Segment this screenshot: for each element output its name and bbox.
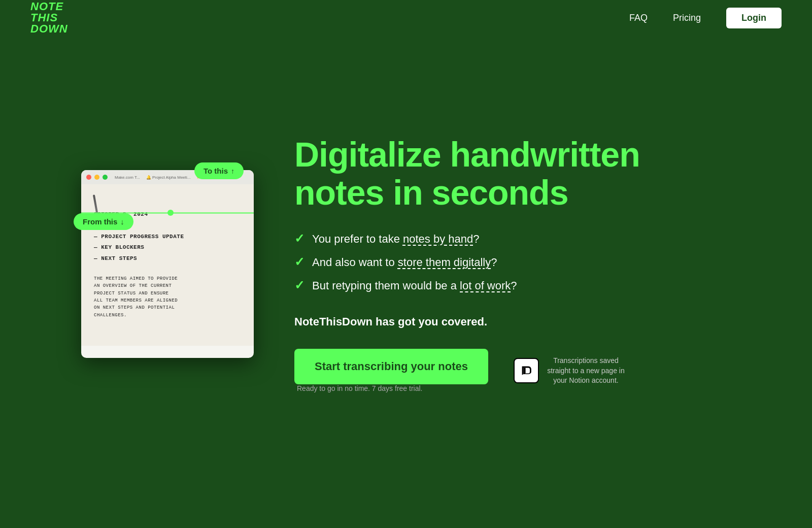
notion-description: Transcriptions saved straight to a new p… [547,356,625,386]
feature-text-2: And also want to store them digitally? [312,256,497,269]
close-dot [86,175,91,180]
cta-button[interactable]: Start transcribing your notes [294,349,488,384]
note-item3: — NEXT STEPS [94,254,241,264]
check-icon-2: ✓ [294,255,304,269]
badge-from-this-label: From this [83,217,117,226]
check-icon-3: ✓ [294,278,304,292]
note-item2: — KEY BLOCKERS [94,243,241,253]
note-paper: OCTOBER 3, 2024 AGENDA: — PROJECT PROGRE… [81,184,254,346]
maximize-dot [103,175,108,180]
feature-text-3: But retyping them would be a lot of work… [312,279,517,292]
feature-item-2: ✓ And also want to store them digitally? [294,255,650,269]
badge-from-this: From this ↓ [74,213,133,230]
navbar: NOTE THIS DOWN FAQ Pricing Login [0,0,812,36]
arrow-down-icon: ↓ [120,217,124,226]
badge-to-this-label: To this [204,167,228,175]
underline-notes-by-hand: notes by hand [403,233,473,245]
minimize-dot [94,175,99,180]
logo-text-3: DOWN [30,23,68,35]
badge-to-this: To this ↑ [194,162,244,179]
browser-content: OCTOBER 3, 2024 AGENDA: — PROJECT PROGRE… [81,184,254,346]
hero-title-line1: Digitalize handwritten [294,135,640,174]
hero-section: To this ↑ Make.com T... 🔔 Project Alpha … [0,36,812,492]
notion-icon [514,358,539,383]
hero-title: Digitalize handwritten notes in seconds [294,136,650,212]
note-item1: — PROJECT PROGRESS UPDATE [94,232,241,242]
nav-links: FAQ Pricing Login [629,8,782,28]
tagline: NoteThisDown has got you covered. [294,315,650,328]
note-body: THE MEETING AIMED TO PROVIDE AN OVERVIEW… [94,275,241,319]
logo[interactable]: NOTE THIS DOWN [30,1,68,35]
trial-text: Ready to go in no time. 7 days free tria… [294,384,488,392]
check-icon-1: ✓ [294,232,304,246]
feature-item-1: ✓ You prefer to take notes by hand? [294,232,650,246]
hero-title-line2: notes in seconds [294,173,568,212]
mockup-container: To this ↑ Make.com T... 🔔 Project Alpha … [81,170,254,358]
cta-area: Start transcribing your notes Ready to g… [294,349,650,392]
arrow-up-icon: ↑ [231,167,234,175]
pricing-link[interactable]: Pricing [673,13,701,23]
login-button[interactable]: Login [726,8,782,28]
green-dot [167,210,174,216]
cta-button-wrapper: Start transcribing your notes Ready to g… [294,349,488,392]
browser-window: Make.com T... 🔔 Project Alpha Meeti... ★… [81,170,254,358]
feature-item-3: ✓ But retyping them would be a lot of wo… [294,278,650,292]
underline-lot-of-work: lot of work [460,279,511,292]
faq-link[interactable]: FAQ [629,13,648,23]
underline-store-digitally: store them digitally [398,256,491,269]
svg-rect-0 [519,364,533,378]
address-bar: Make.com T... [115,175,140,180]
cta-row: Start transcribing your notes Ready to g… [294,349,650,392]
tab-label: 🔔 Project Alpha Meeti... [146,175,191,180]
feature-text-1: You prefer to take notes by hand? [312,233,479,246]
hero-content: Digitalize handwritten notes in seconds … [294,136,650,393]
logo-text: NOTE [30,1,68,12]
notion-info: Transcriptions saved straight to a new p… [514,356,625,386]
feature-list: ✓ You prefer to take notes by hand? ✓ An… [294,232,650,292]
logo-text-2: THIS [30,12,68,23]
